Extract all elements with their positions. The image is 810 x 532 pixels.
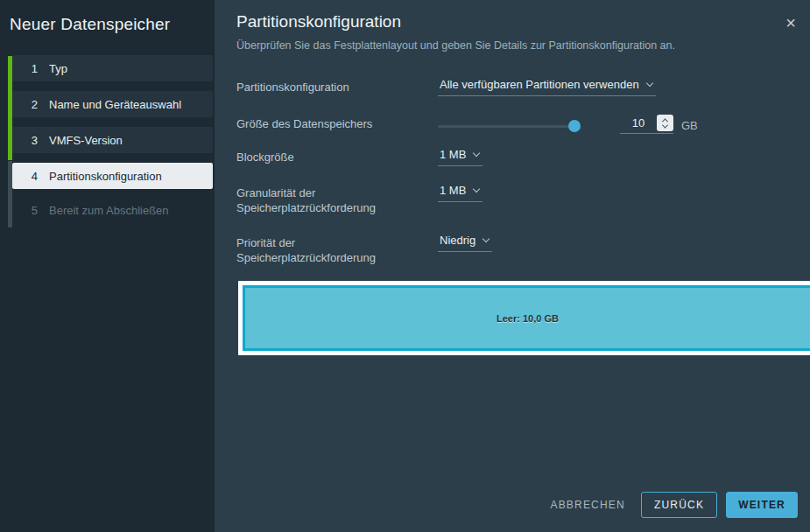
partition-config-label: Partitionskonfiguration xyxy=(236,78,438,94)
chevron-down-icon xyxy=(473,150,480,157)
slider-track[interactable] xyxy=(438,125,578,128)
reclamation-granularity-label: Granularität der Speicherplatzrückforder… xyxy=(236,184,438,215)
stepper-down-icon[interactable] xyxy=(662,122,668,128)
partition-config-select[interactable]: Alle verfügbaren Partitionen verwenden xyxy=(438,78,656,96)
reclamation-priority-select[interactable]: Niedrig xyxy=(438,234,492,252)
step-label: Typ xyxy=(49,62,67,75)
block-size-label: Blockgröße xyxy=(236,148,438,164)
wizard-title: Neuer Datenspeicher xyxy=(10,15,215,34)
sidebar-step-vmfs-version[interactable]: 3 VMFS-Version xyxy=(12,127,213,153)
datastore-size-unit: GB xyxy=(681,116,698,132)
reclamation-granularity-select[interactable]: 1 MB xyxy=(438,184,482,202)
sidebar-step-name-geraeteauswahl[interactable]: 2 Name und Geräteauswahl xyxy=(12,91,213,117)
reclamation-priority-label: Priorität der Speicherplatzrückforderung xyxy=(236,234,438,265)
progress-rail-remaining xyxy=(8,161,12,228)
step-label: Partitionskonfiguration xyxy=(49,170,162,183)
reclamation-granularity-value: 1 MB xyxy=(440,184,466,197)
row-partition-config: Partitionskonfiguration Alle verfügbaren… xyxy=(236,78,810,96)
wizard-content: × Partitionskonfiguration Überprüfen Sie… xyxy=(215,0,810,532)
slider-handle[interactable] xyxy=(568,120,581,132)
row-reclamation-priority: Priorität der Speicherplatzrückforderung… xyxy=(236,234,810,265)
step-number: 1 xyxy=(25,62,38,75)
row-block-size: Blockgröße 1 MB xyxy=(236,148,810,166)
chevron-down-icon xyxy=(645,80,652,87)
wizard-sidebar: Neuer Datenspeicher 1 Typ 2 Name und Ger… xyxy=(0,0,215,532)
datastore-size-input[interactable]: 10 xyxy=(620,115,673,134)
page-subtitle: Überprüfen Sie das Festplattenlayout und… xyxy=(236,39,775,52)
row-datastore-size: Größe des Datenspeichers 10 GB xyxy=(236,115,810,134)
chevron-down-icon xyxy=(482,235,490,242)
partition-bar-label: Leer: 10,0 GB xyxy=(497,313,559,324)
block-size-select[interactable]: 1 MB xyxy=(438,148,482,166)
progress-rail-completed xyxy=(8,56,12,160)
step-label: VMFS-Version xyxy=(49,134,123,147)
chevron-down-icon xyxy=(473,186,480,192)
reclamation-priority-value: Niedrig xyxy=(440,234,475,247)
cancel-button[interactable]: ABBRECHEN xyxy=(541,492,633,518)
datastore-size-slider[interactable] xyxy=(438,120,578,132)
partition-config-form: Partitionskonfiguration Alle verfügbaren… xyxy=(236,78,810,265)
step-number: 5 xyxy=(25,204,38,217)
wizard-footer: ABBRECHEN ZURÜCK WEITER xyxy=(541,492,798,518)
sidebar-step-bereit-zum-abschliessen: 5 Bereit zum Abschließen xyxy=(12,201,213,219)
sidebar-step-typ[interactable]: 1 Typ xyxy=(12,55,213,81)
page-header: Partitionskonfiguration Überprüfen Sie d… xyxy=(215,0,810,52)
partition-config-value: Alle verfügbaren Partitionen verwenden xyxy=(440,78,639,91)
sidebar-step-partitionskonfiguration[interactable]: 4 Partitionskonfiguration xyxy=(12,163,213,189)
page-title: Partitionskonfiguration xyxy=(236,12,775,32)
datastore-size-label: Größe des Datenspeichers xyxy=(236,115,438,131)
datastore-size-value: 10 xyxy=(620,116,657,131)
back-button[interactable]: ZURÜCK xyxy=(641,492,717,518)
block-size-value: 1 MB xyxy=(440,148,466,161)
next-button[interactable]: WEITER xyxy=(726,492,798,518)
row-reclamation-granularity: Granularität der Speicherplatzrückforder… xyxy=(236,184,810,215)
step-number: 2 xyxy=(25,98,38,111)
step-label: Name und Geräteauswahl xyxy=(49,98,181,111)
wizard-steps: 1 Typ 2 Name und Geräteauswahl 3 VMFS-Ve… xyxy=(0,55,215,219)
number-stepper[interactable] xyxy=(657,115,673,131)
empty-partition-bar: Leer: 10,0 GB xyxy=(243,285,810,351)
datastore-size-control: 10 GB xyxy=(438,115,698,134)
disk-layout-chart: Leer: 10,0 GB xyxy=(238,281,810,355)
step-number: 3 xyxy=(25,134,38,147)
step-label: Bereit zum Abschließen xyxy=(49,204,169,217)
close-icon[interactable]: × xyxy=(778,10,803,35)
step-number: 4 xyxy=(25,170,38,183)
